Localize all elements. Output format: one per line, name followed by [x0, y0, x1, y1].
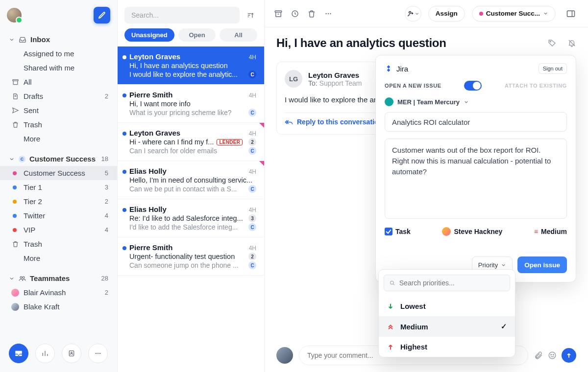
conversation-item[interactable]: Pierre Smith4H Hi, I want more info What…: [118, 85, 264, 123]
priority[interactable]: ≡Medium: [534, 228, 567, 235]
chevron-down-icon: [9, 156, 15, 162]
priority-option-lowest[interactable]: Lowest: [379, 296, 515, 316]
person-icon: [68, 349, 75, 357]
teammates-header[interactable]: Teammates 28: [0, 269, 117, 285]
svg-point-18: [551, 354, 552, 355]
tab-open[interactable]: Open: [178, 28, 216, 42]
conversation-item[interactable]: Pierre Smith4H Urgent- functionality tes…: [118, 237, 264, 276]
conversation-item[interactable]: Leyton Graves4H Hi, I have an analytics …: [118, 46, 264, 85]
channel-badge: C: [248, 185, 256, 193]
snooze-button[interactable]: [290, 9, 300, 19]
tab-unassigned[interactable]: Unassigned: [124, 28, 174, 42]
signout-button[interactable]: Sign out: [539, 63, 567, 74]
inbox-all[interactable]: All: [0, 75, 117, 89]
inbox-trash[interactable]: Trash: [0, 117, 117, 132]
inbox-shared[interactable]: Shared with me: [0, 61, 117, 75]
trash-button[interactable]: [307, 9, 317, 19]
channel-badge: C: [248, 109, 256, 116]
attach-button[interactable]: [534, 351, 543, 360]
issue-type[interactable]: Task: [385, 228, 411, 235]
inbox-header[interactable]: Inbox: [0, 30, 117, 46]
svg-point-4: [71, 352, 73, 353]
teammate-blake[interactable]: Blake Kraft: [0, 300, 117, 314]
assignee-dropdown[interactable]: [405, 6, 421, 22]
archive-icon: [12, 78, 19, 86]
inbox-drafts[interactable]: Drafts2: [0, 89, 117, 103]
bell-off-icon: [567, 39, 576, 47]
priority-option-highest[interactable]: Highest: [379, 337, 515, 357]
foot-contacts-button[interactable]: [62, 344, 81, 363]
tag-button[interactable]: [548, 39, 557, 47]
conversation-item[interactable]: Elias Holly4H Re: I'd like to add Salesf…: [118, 199, 264, 237]
priority-option-medium[interactable]: Medium ✓: [379, 316, 515, 337]
svg-point-5: [96, 353, 97, 354]
assign-button[interactable]: Assign: [428, 6, 465, 22]
sidebar: Inbox Assigned to me Shared with me All …: [0, 0, 118, 372]
arrow-up-icon: [565, 352, 572, 359]
conversation-item[interactable]: Elias Holly4H Hello, I'm in need of cons…: [118, 161, 264, 199]
checkbox-icon: [385, 228, 392, 235]
team-customer-success[interactable]: Customer Success5: [0, 166, 117, 180]
team-vip[interactable]: VIP4: [0, 223, 117, 237]
dots-icon: [94, 349, 102, 357]
panel-toggle[interactable]: [563, 6, 579, 22]
sort-button[interactable]: [244, 7, 257, 23]
double-up-icon: [387, 323, 394, 330]
sender-name: Leyton Graves: [308, 71, 362, 79]
me-avatar[interactable]: [7, 8, 22, 23]
subject: Hi, I have an analytics question: [129, 62, 256, 70]
project-selector[interactable]: MER | Team Mercury: [385, 97, 567, 106]
team-tier1[interactable]: Tier 13: [0, 180, 117, 194]
archive-icon: [274, 9, 283, 18]
foot-inbox-button[interactable]: [9, 344, 28, 363]
svg-point-17: [549, 352, 556, 359]
archive-button[interactable]: [273, 9, 283, 19]
sender-name: Pierre Smith: [129, 91, 172, 99]
subject: Urgent- functionality test question2: [129, 253, 256, 260]
trash-icon: [12, 121, 19, 128]
team-trash[interactable]: Trash: [0, 237, 117, 251]
foot-more-button[interactable]: [88, 344, 108, 363]
description-textarea[interactable]: Customer wants out of the box report for…: [385, 139, 567, 219]
teammate-blair[interactable]: Blair Avinash2: [0, 285, 117, 300]
emoji-button[interactable]: [548, 351, 557, 360]
sender-name: Leyton Graves: [129, 52, 180, 61]
panel-icon: [566, 9, 576, 19]
inbox-sent[interactable]: Sent: [0, 103, 117, 117]
summary-input[interactable]: [385, 112, 567, 132]
count-badge: 3: [248, 214, 256, 222]
chevron-down-icon: [9, 276, 15, 281]
priority-search[interactable]: [384, 275, 510, 291]
inbox-assigned[interactable]: Assigned to me: [0, 46, 117, 61]
foot-analytics-button[interactable]: [35, 344, 55, 363]
chevron-down-icon: [9, 37, 15, 43]
team-more[interactable]: More: [0, 251, 117, 265]
team-tier2[interactable]: Tier 22: [0, 194, 117, 209]
priority-search-input[interactable]: [399, 279, 505, 287]
mute-button[interactable]: [567, 39, 576, 47]
tag-chip: LENDER: [217, 139, 243, 145]
send-button[interactable]: [562, 348, 576, 363]
inbox-more[interactable]: More: [0, 132, 117, 146]
more-button[interactable]: [323, 9, 333, 19]
search-input[interactable]: [124, 7, 240, 23]
mode-toggle[interactable]: [464, 81, 482, 91]
open-issue-button[interactable]: Open issue: [517, 256, 567, 273]
channel-badge: C: [248, 70, 256, 78]
compose-button[interactable]: [94, 7, 110, 23]
tab-all[interactable]: All: [220, 28, 257, 42]
tag-icon: [548, 39, 557, 47]
paperclip-icon: [534, 351, 543, 360]
priority-dropdown: Lowest Medium ✓ Highest: [378, 269, 515, 357]
svg-rect-14: [567, 11, 575, 17]
team-header[interactable]: C Customer Success 18: [0, 150, 117, 166]
assignee[interactable]: Steve Hackney: [442, 227, 502, 236]
arrow-up-icon: [387, 343, 394, 351]
teammates-icon: [19, 275, 26, 282]
conversation-item[interactable]: Leyton Graves4H Hi - where can I find my…: [118, 123, 264, 161]
reply-all-icon: [285, 118, 293, 126]
project-icon: [385, 97, 393, 106]
team-pill[interactable]: Customer Succ...: [472, 6, 556, 22]
jira-app-name: Jira: [396, 65, 408, 73]
team-twitter[interactable]: Twitter4: [0, 209, 117, 223]
